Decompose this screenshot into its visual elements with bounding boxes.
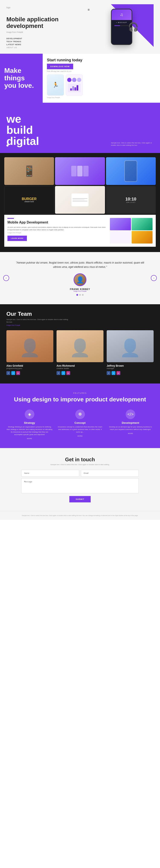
twitter-icon-3[interactable]: t — [112, 371, 115, 375]
nav-arrow-right[interactable]: › — [151, 275, 157, 281]
features-label: FEATURES — [6, 392, 154, 394]
hamburger-menu-icon[interactable]: ≡ — [88, 8, 89, 12]
feature-desc-concept: A business concept is a statement that d… — [57, 426, 103, 433]
runner-icon: 🏃 — [52, 82, 59, 88]
trial-text: Free 30-day trial. macOS 10.11+ — [47, 70, 156, 72]
facebook-icon-3[interactable]: f — [107, 371, 110, 375]
card-ss-4 — [132, 231, 153, 244]
logo: logo — [6, 6, 10, 9]
feature-desc-development: Develop an on-demand app for your delive… — [107, 426, 154, 431]
screenshot-phone-blue — [106, 157, 156, 185]
dot-3[interactable] — [82, 294, 84, 296]
facebook-icon-1[interactable]: f — [6, 371, 10, 375]
contact-title: Get in touch — [21, 457, 139, 463]
dot-2[interactable] — [79, 294, 81, 296]
message-textarea[interactable] — [21, 478, 139, 493]
nav-item-development[interactable]: DEVELOPMENT — [6, 37, 89, 40]
development-icon: </> — [126, 409, 135, 419]
clock-display: 10:10 — [126, 197, 136, 202]
card-left: Mobile App Development Ut enim ad minim … — [7, 218, 107, 241]
dot-1[interactable] — [76, 294, 78, 296]
feature-name-strategy: Strategy — [6, 421, 53, 425]
feature-desc-strategy: Strategy thinking is an organization's p… — [6, 426, 53, 436]
feature-more-development[interactable]: MORE — [107, 433, 154, 434]
nav-item-latest-news[interactable]: LATEST NEWS — [6, 43, 89, 45]
member-name-1: Alex Grinfield — [6, 364, 53, 367]
testimonial-quote: "Aenean pulvinar dui ornare, feugiat lor… — [13, 260, 147, 269]
card-image-credit: Images from Freepik — [7, 232, 107, 234]
team-title: Our Team — [6, 311, 154, 317]
clock-sub: SUN, 12 OCT — [126, 202, 136, 203]
burger-sub-text: ORDER NOW — [22, 201, 36, 203]
team-credit: Images from Freepik — [6, 324, 154, 326]
progress-bar — [114, 25, 129, 26]
mockup-label: • MOCKUP — [116, 22, 127, 23]
tablet-icon — [72, 193, 88, 206]
screenshot-burger: BURGER ORDER NOW — [4, 186, 54, 214]
member-face-icon-2: 👤 — [69, 338, 91, 358]
progress-fill — [114, 25, 120, 26]
team-subtitle: Sample text. Click to select the text bo… — [6, 318, 71, 323]
music-icon: ♫ — [120, 12, 123, 17]
earphones-decoration: 🎧 — [128, 22, 139, 32]
twitter-icon-2[interactable]: t — [61, 371, 65, 375]
app-screen-1: 🏃 — [47, 74, 64, 96]
nav-arrow-left[interactable]: ‹ — [3, 275, 9, 281]
testimonial-section: ‹ "Aenean pulvinar dui ornare, feugiat l… — [0, 252, 160, 305]
make-right-panel: Start running today DOWNLOAD NOW Free 30… — [43, 54, 160, 103]
circle-2 — [72, 78, 76, 82]
name-input[interactable] — [21, 470, 79, 476]
build-section: we build digital Sample text. Click to s… — [0, 103, 160, 153]
learn-more-button[interactable]: LEARN MORE — [7, 236, 27, 241]
feature-development: </> Development Develop an on-demand app… — [107, 409, 154, 439]
hero-image-label: Image from Freepik — [6, 31, 89, 33]
team-member-3: 👤 Jeffrey Brown manager f t in — [107, 330, 154, 375]
instagram-icon-3[interactable]: in — [116, 371, 120, 375]
instagram-icon-2[interactable]: in — [66, 371, 70, 375]
member-name-2: Ann Richmond — [56, 364, 104, 367]
member-role-2: creative leader — [56, 367, 104, 369]
download-button[interactable]: DOWNLOAD NOW — [47, 64, 73, 69]
screenshot-tablet-white — [55, 186, 105, 214]
person-avatar: 👤 — [74, 273, 86, 286]
team-member-1: 👤 Alex Grinfield programming guru f t in — [6, 330, 53, 375]
card-description: Ut enim ad minim veniam, quis nostrud ex… — [7, 226, 107, 231]
member-name-3: Jeffrey Brown — [107, 364, 154, 367]
member-photo-1: 👤 — [6, 330, 53, 362]
feature-strategy: ◈ Strategy Strategy thinking is an organ… — [6, 409, 53, 439]
member-role-3: manager — [107, 367, 154, 369]
social-icons-3: f t in — [107, 371, 154, 375]
team-grid: 👤 Alex Grinfield programming guru f t in… — [6, 330, 154, 375]
screenshots-section: 📱 BURGER ORDER NOW — [0, 153, 160, 252]
twitter-icon-1[interactable]: t — [11, 371, 15, 375]
member-photo-2: 👤 — [56, 330, 104, 362]
make-title: Make things you love. — [4, 67, 38, 90]
stats-bar — [68, 84, 81, 92]
email-input[interactable] — [81, 470, 139, 476]
footer: Sample text. Click to select this text b… — [0, 511, 160, 520]
contact-section: Get in touch Sample text. Click to selec… — [0, 448, 160, 511]
screenshot-phone-hands: 📱 — [4, 157, 54, 185]
make-section: Make things you love. Start running toda… — [0, 54, 160, 103]
white-dot-decoration — [6, 145, 8, 147]
screenshot-app-screens — [55, 157, 105, 185]
footer-text: Sample text. Click to select this text b… — [6, 514, 154, 517]
facebook-icon-2[interactable]: f — [56, 371, 60, 375]
nav-item-about-us[interactable]: ABOUT US — [6, 46, 89, 49]
social-icons-1: f t in — [6, 371, 53, 375]
feature-more-strategy[interactable]: MORE — [6, 438, 53, 439]
card-ss-2 — [132, 218, 153, 230]
build-title: we build digital — [6, 113, 154, 147]
feature-more-concept[interactable]: MORE — [57, 435, 103, 437]
member-role-1: programming guru — [6, 367, 53, 369]
member-face-icon-1: 👤 — [19, 338, 41, 358]
phone-screen-top: ♫ — [112, 9, 132, 20]
burger-brand-text: BURGER — [22, 197, 36, 201]
submit-button[interactable]: SUBMIT — [69, 496, 91, 502]
person-name: FRANK KINNEY — [13, 288, 147, 290]
screenshots-grid: 📱 BURGER ORDER NOW — [4, 157, 156, 214]
instagram-icon-1[interactable]: in — [16, 371, 20, 375]
carousel-dots — [13, 294, 147, 296]
nav-item-tech-trends[interactable]: TECH TRENDS — [6, 40, 89, 42]
screenshot-clock: 10:10 SUN, 12 OCT — [106, 186, 156, 214]
